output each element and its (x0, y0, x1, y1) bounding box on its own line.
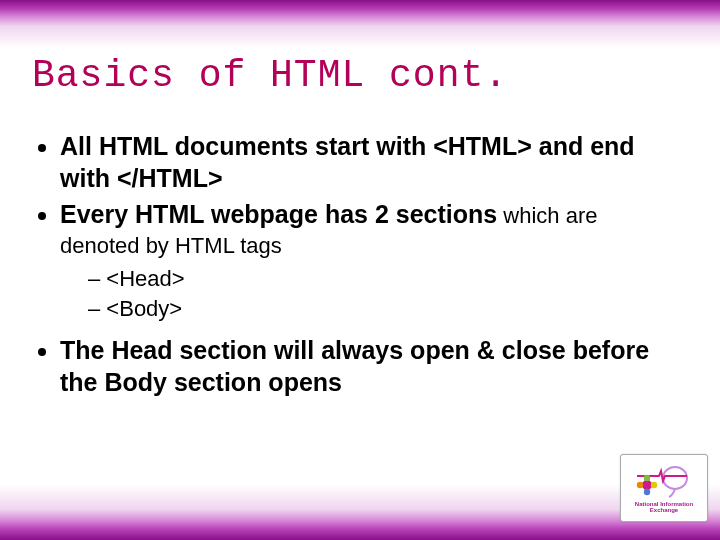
bullet-3-text: The Head section will always open & clos… (60, 336, 649, 396)
bullet-list: All HTML documents start with <HTML> and… (32, 130, 688, 398)
svg-point-3 (651, 482, 657, 488)
sub-bullet-1: <Head> (88, 264, 688, 294)
slide-title: Basics of HTML cont. (32, 54, 688, 97)
sub-bullet-2: <Body> (88, 294, 688, 324)
top-gradient-band (0, 0, 720, 48)
bullet-2-line2: denoted by HTML tags (60, 232, 688, 260)
svg-point-4 (644, 475, 650, 481)
bullet-item-2: Every HTML webpage has 2 sections which … (60, 198, 688, 324)
slide-content: All HTML documents start with <HTML> and… (32, 130, 688, 402)
svg-point-5 (644, 489, 650, 495)
bullet-2-tail: which are (497, 203, 597, 228)
logo-label: National Information Exchange (621, 501, 707, 513)
bullet-item-1: All HTML documents start with <HTML> and… (60, 130, 688, 194)
bullet-2-bold: Every HTML webpage has 2 sections (60, 200, 497, 228)
logo-badge: National Information Exchange (620, 454, 708, 522)
bullet-item-3: The Head section will always open & clos… (60, 334, 688, 398)
sub-bullet-list: <Head> <Body> (60, 264, 688, 323)
logo-icon (629, 463, 699, 499)
bottom-gradient-band (0, 484, 720, 540)
svg-point-0 (663, 467, 687, 489)
svg-point-2 (637, 482, 643, 488)
bullet-1-text: All HTML documents start with <HTML> and… (60, 132, 635, 192)
